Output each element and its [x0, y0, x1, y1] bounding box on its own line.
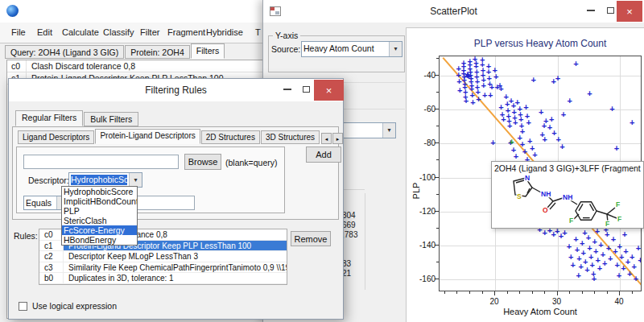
data-point[interactable]: +	[617, 242, 622, 251]
tab-regular-filters[interactable]: Regular Filters	[15, 110, 83, 126]
menu-item-filter[interactable]: Filter	[140, 27, 159, 37]
close-icon[interactable]: ×	[314, 80, 344, 101]
menu-item-file[interactable]: File	[11, 27, 26, 37]
tab-protein-ligand-descriptors[interactable]: Protein-Ligand Descriptors	[95, 129, 200, 144]
dialog-titlebar[interactable]: Filtering Rules ×	[9, 79, 343, 101]
tab-scroll-right-icon[interactable]: ▸	[332, 133, 343, 144]
tab-protein-2oh4[interactable]: Protein: 2OH4	[125, 45, 190, 59]
svg-text:F: F	[605, 220, 609, 227]
remove-button[interactable]: Remove	[291, 231, 331, 246]
maximize-icon[interactable]	[297, 79, 315, 100]
data-point[interactable]: +	[638, 256, 642, 265]
dropdown-item-implicithbondcount[interactable]: ImplicitHBondCount	[62, 196, 137, 206]
data-point[interactable]: +	[543, 135, 547, 144]
menu-item-calculate[interactable]: Calculate	[62, 27, 99, 37]
data-point[interactable]: +	[567, 242, 572, 251]
data-point[interactable]: +	[592, 237, 597, 246]
dropdown-item-hbondenergy[interactable]: HBondEnergy	[62, 235, 137, 245]
main-titlebar[interactable]	[0, 0, 266, 23]
data-point[interactable]: +	[555, 74, 560, 83]
data-point[interactable]: +	[489, 83, 494, 92]
minimize-icon[interactable]	[279, 79, 296, 100]
data-point[interactable]: +	[559, 142, 564, 151]
data-point[interactable]: +	[470, 98, 475, 107]
menu-item-edit[interactable]: Edit	[37, 27, 52, 37]
tab-3d-structures[interactable]: 3D Structures	[261, 130, 320, 144]
file-input[interactable]	[23, 155, 179, 169]
rule-row-b0[interactable]: b0Duplicates in 3D, tolerance: 1	[39, 273, 287, 284]
svg-text:F: F	[616, 200, 620, 208]
data-point[interactable]: +	[481, 81, 486, 90]
data-point[interactable]: +	[634, 275, 638, 283]
tab-ligand-descriptors[interactable]: Ligand Descriptors	[18, 130, 94, 144]
svg-text:F: F	[569, 217, 573, 225]
data-point[interactable]: +	[490, 138, 495, 147]
data-point[interactable]: +	[513, 118, 518, 127]
data-point[interactable]: +	[630, 253, 634, 262]
x-axis-label: Heavy Atom Count	[439, 307, 642, 316]
dropdown-item-hydrophobicscore[interactable]: HydrophobicScore	[62, 187, 137, 196]
data-point[interactable]: +	[531, 76, 536, 85]
data-point[interactable]: +	[611, 235, 616, 244]
filter-row-c0[interactable]: c0Clash Discard tolerance 0,8	[7, 60, 266, 72]
data-point[interactable]: +	[598, 241, 603, 250]
data-point[interactable]: +	[623, 247, 628, 256]
y-minor-tick	[436, 159, 439, 160]
data-point[interactable]: +	[631, 262, 636, 271]
data-point[interactable]: +	[573, 235, 578, 244]
data-point[interactable]: +	[549, 115, 554, 124]
tab-2d-structures[interactable]: 2D Structures	[201, 130, 260, 144]
data-point[interactable]: +	[602, 259, 607, 268]
data-point[interactable]: +	[580, 239, 584, 248]
data-point[interactable]: +	[606, 244, 611, 253]
rule-row-c2[interactable]: c2Descriptor Keep MLogP LessThan 3	[39, 251, 287, 262]
tab-filters[interactable]: Filters	[191, 43, 225, 59]
minimize-glyph	[587, 10, 595, 11]
chart-title: PLP versus Heavy Atom Count	[439, 38, 642, 49]
data-point[interactable]: +	[573, 60, 578, 68]
rule-row-c3[interactable]: c3Similarity File Keep ChemicalPathFinge…	[39, 262, 287, 274]
tab-scroll-left-icon[interactable]: ◂	[321, 133, 332, 144]
data-point[interactable]: +	[636, 244, 641, 253]
data-point[interactable]: +	[526, 118, 530, 127]
data-point[interactable]: +	[561, 110, 566, 119]
data-point[interactable]: +	[614, 144, 619, 153]
scatterplot-titlebar[interactable]: ScatterPlot ×	[263, 0, 644, 23]
chart-panel: PLP versus Heavy Atom Count ++++++++++++…	[406, 27, 644, 322]
close-icon[interactable]: ×	[617, 1, 642, 22]
highlighted-data-point[interactable]: +	[509, 138, 514, 147]
data-point[interactable]: +	[464, 97, 469, 105]
data-point[interactable]: +	[542, 122, 547, 130]
data-point[interactable]: +	[587, 89, 592, 98]
dropdown-item-fcscore-energy[interactable]: FcScore-Energy	[62, 225, 137, 235]
data-point[interactable]: +	[476, 95, 481, 104]
chevron-down-icon: ▾	[382, 123, 395, 138]
data-point[interactable]: +	[482, 91, 487, 100]
data-point[interactable]: +	[592, 275, 597, 283]
menu-item-fragment[interactable]: Fragment	[167, 27, 205, 37]
data-point[interactable]: +	[507, 122, 512, 130]
data-point[interactable]: +	[617, 271, 621, 280]
use-logical-expression-checkbox[interactable]	[19, 302, 27, 311]
data-point[interactable]: +	[562, 229, 567, 237]
dropdown-item-stericclash[interactable]: StericClash	[62, 216, 137, 225]
tab-bulk-filters[interactable]: Bulk Filters	[84, 112, 138, 126]
tab-query-2oh4-ligand-3-gig-[interactable]: Query: 2OH4 (Ligand 3 GIG)	[5, 45, 124, 59]
data-point[interactable]: +	[568, 97, 572, 105]
browse-button[interactable]: Browse	[184, 154, 221, 170]
data-point[interactable]: +	[570, 261, 575, 270]
data-point[interactable]: +	[582, 229, 587, 237]
dropdown-item-plp[interactable]: PLP	[62, 206, 137, 216]
menu-item-classify[interactable]: Classify	[103, 27, 134, 37]
source-combo[interactable]: Heavy Atom Count ▾	[301, 41, 402, 57]
data-point[interactable]: +	[609, 105, 614, 114]
data-point[interactable]: +	[576, 271, 580, 280]
data-point[interactable]: +	[622, 230, 627, 239]
menu-item-t[interactable]: T	[255, 27, 261, 37]
data-point[interactable]: +	[614, 261, 619, 270]
add-button[interactable]: Add	[306, 147, 341, 163]
menu-item-hybridise[interactable]: Hybridise	[206, 27, 243, 37]
data-point[interactable]: +	[488, 91, 493, 100]
data-point[interactable]: +	[630, 118, 634, 127]
minimize-icon[interactable]	[582, 0, 600, 21]
